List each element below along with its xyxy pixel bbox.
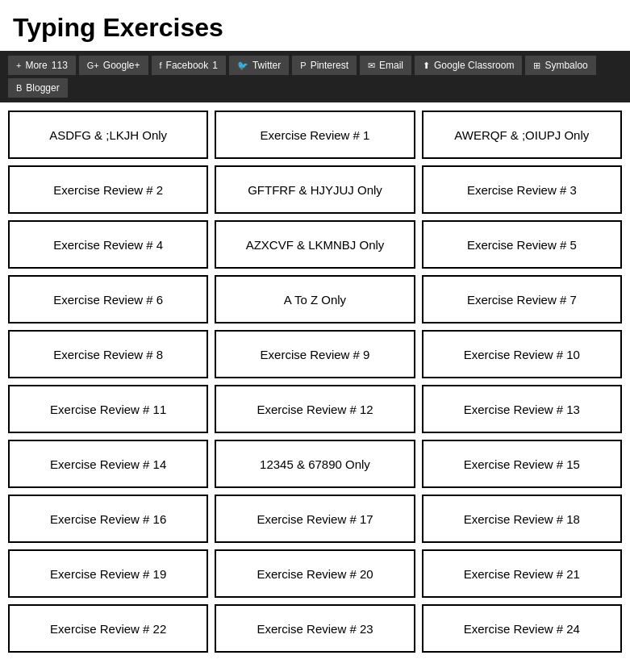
grid-item-16[interactable]: Exercise Review # 11 [8,385,208,433]
grid-item-label-20: 12345 & 67890 Only [260,457,370,471]
grid-item-label-23: Exercise Review # 17 [257,512,373,526]
grid-item-15[interactable]: Exercise Review # 10 [422,330,622,378]
grid-item-8[interactable]: AZXCVF & LKMNBJ Only [215,220,415,269]
grid-item-label-2: Exercise Review # 1 [261,128,370,142]
grid-item-label-27: Exercise Review # 21 [464,567,580,581]
toolbar-btn-label-pinterest: Pinterest [311,60,348,71]
toolbar-btn-pinterest[interactable]: PPinterest [292,56,357,75]
grid-item-6[interactable]: Exercise Review # 3 [422,165,622,214]
grid-item-label-7: Exercise Review # 4 [53,238,163,252]
grid-item-label-11: A To Z Only [284,293,346,307]
more-icon: + [16,61,21,70]
blogger-icon: B [16,83,22,93]
grid-item-24[interactable]: Exercise Review # 18 [422,495,622,543]
toolbar-btn-label-facebook: Facebook [166,60,209,71]
grid-item-14[interactable]: Exercise Review # 9 [215,330,415,378]
pinterest-icon: P [300,61,306,70]
grid-item-label-22: Exercise Review # 16 [50,512,166,526]
grid-item-label-29: Exercise Review # 23 [257,622,373,636]
grid-item-label-24: Exercise Review # 18 [464,512,580,526]
grid-item-30[interactable]: Exercise Review # 24 [422,604,622,653]
email-icon: ✉ [368,61,375,71]
grid-item-label-3: AWERQF & ;OIUPJ Only [454,128,589,142]
grid-item-label-19: Exercise Review # 14 [50,457,166,471]
grid-item-5[interactable]: GFTFRF & HJYJUJ Only [215,165,415,214]
grid-item-22[interactable]: Exercise Review # 16 [8,495,208,543]
grid-item-11[interactable]: A To Z Only [215,275,415,323]
facebook-icon: f [160,61,162,70]
grid-item-label-8: AZXCVF & LKMNBJ Only [246,238,385,252]
page-title: Typing Exercises [0,0,630,51]
grid-item-9[interactable]: Exercise Review # 5 [422,220,622,269]
toolbar-btn-symbaloo[interactable]: ⊞Symbaloo [525,56,595,75]
grid-item-label-15: Exercise Review # 10 [464,348,580,361]
grid-item-label-13: Exercise Review # 8 [53,348,163,361]
grid-item-label-28: Exercise Review # 22 [50,622,166,636]
grid-item-2[interactable]: Exercise Review # 1 [215,111,415,159]
toolbar-btn-label-googleclassroom: Google Classroom [434,60,514,71]
toolbar-btn-badge-more: 113 [52,60,68,71]
grid-item-label-4: Exercise Review # 2 [53,183,163,197]
grid-item-18[interactable]: Exercise Review # 13 [422,385,622,433]
grid-item-label-16: Exercise Review # 11 [50,403,166,416]
grid-item-13[interactable]: Exercise Review # 8 [8,330,208,378]
toolbar-btn-label-googleplus: Google+ [103,60,140,71]
grid-item-23[interactable]: Exercise Review # 17 [215,495,415,543]
grid-item-label-1: ASDFG & ;LKJH Only [49,128,167,142]
toolbar: +More113G+Google+fFacebook1🐦TwitterPPint… [0,51,630,102]
toolbar-btn-label-symbaloo: Symbaloo [544,60,587,71]
grid-item-label-14: Exercise Review # 9 [261,348,370,361]
grid-item-25[interactable]: Exercise Review # 19 [8,549,208,598]
grid-item-10[interactable]: Exercise Review # 6 [8,275,208,323]
toolbar-btn-blogger[interactable]: BBlogger [8,78,68,98]
grid-item-label-26: Exercise Review # 20 [257,567,373,581]
toolbar-btn-googleclassroom[interactable]: ⬆Google Classroom [415,56,522,75]
grid-item-label-21: Exercise Review # 15 [464,457,580,471]
googleclassroom-icon: ⬆ [423,61,430,71]
toolbar-btn-label-blogger: Blogger [26,82,59,94]
toolbar-btn-facebook[interactable]: fFacebook1 [152,56,226,75]
grid-item-28[interactable]: Exercise Review # 22 [8,604,208,653]
grid-item-label-9: Exercise Review # 5 [467,238,577,252]
grid-item-label-17: Exercise Review # 12 [257,403,373,416]
toolbar-btn-badge-facebook: 1 [212,60,218,71]
grid-item-7[interactable]: Exercise Review # 4 [8,220,208,269]
grid-item-label-10: Exercise Review # 6 [53,293,163,307]
symbaloo-icon: ⊞ [533,61,540,71]
grid-item-19[interactable]: Exercise Review # 14 [8,440,208,488]
grid-item-20[interactable]: 12345 & 67890 Only [215,440,415,488]
toolbar-btn-label-more: More [25,60,47,71]
grid-item-21[interactable]: Exercise Review # 15 [422,440,622,488]
toolbar-btn-more[interactable]: +More113 [8,56,76,75]
grid-item-label-25: Exercise Review # 19 [50,567,166,581]
grid-item-12[interactable]: Exercise Review # 7 [422,275,622,323]
grid-item-label-12: Exercise Review # 7 [467,293,577,307]
grid-item-label-5: GFTFRF & HJYJUJ Only [248,183,382,197]
toolbar-btn-email[interactable]: ✉Email [360,56,411,75]
grid-item-27[interactable]: Exercise Review # 21 [422,549,622,598]
grid-item-3[interactable]: AWERQF & ;OIUPJ Only [422,111,622,159]
toolbar-btn-googleplus[interactable]: G+Google+ [79,56,148,75]
toolbar-btn-label-email: Email [379,60,403,71]
toolbar-btn-label-twitter: Twitter [252,60,281,71]
grid-item-label-6: Exercise Review # 3 [467,183,577,197]
twitter-icon: 🐦 [237,61,248,71]
grid-item-1[interactable]: ASDFG & ;LKJH Only [8,111,208,159]
grid-item-label-18: Exercise Review # 13 [464,403,580,416]
grid-container: ASDFG & ;LKJH OnlyExercise Review # 1AWE… [0,102,630,661]
toolbar-btn-twitter[interactable]: 🐦Twitter [229,56,289,75]
grid-item-label-30: Exercise Review # 24 [464,622,580,636]
grid-item-29[interactable]: Exercise Review # 23 [215,604,415,653]
grid-item-17[interactable]: Exercise Review # 12 [215,385,415,433]
grid-item-26[interactable]: Exercise Review # 20 [215,549,415,598]
googleplus-icon: G+ [87,61,99,70]
grid-item-4[interactable]: Exercise Review # 2 [8,165,208,214]
